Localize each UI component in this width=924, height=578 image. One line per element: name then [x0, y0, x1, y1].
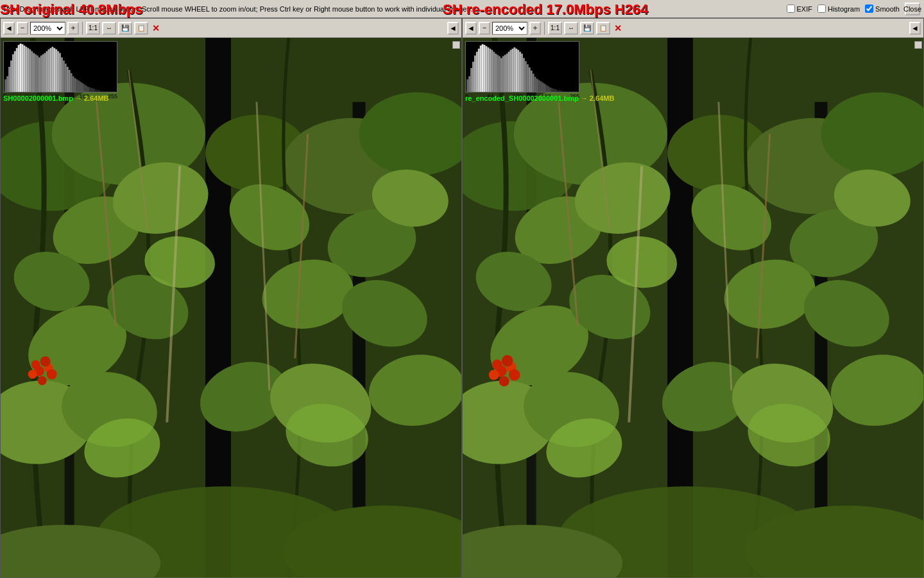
left-prev-button[interactable]: ◄ — [3, 22, 15, 35]
svg-rect-21 — [44, 53, 46, 92]
left-close-icon[interactable]: ✕ — [150, 23, 162, 33]
right-histogram-svg — [466, 42, 579, 92]
svg-rect-155 — [564, 91, 566, 92]
svg-rect-45 — [89, 87, 91, 92]
svg-point-86 — [40, 356, 51, 367]
svg-rect-138 — [533, 74, 535, 92]
svg-rect-4 — [12, 55, 14, 92]
right-sync-button[interactable]: ◄ — [909, 22, 921, 35]
right-image-content[interactable] — [463, 38, 923, 577]
svg-rect-1 — [6, 76, 8, 92]
right-filesize: 2.64MB — [590, 94, 615, 102]
right-panel-title: SH re-encoded 17.0Mbps H264 — [443, 1, 648, 18]
right-prev-button[interactable]: ◄ — [465, 22, 477, 35]
left-histogram-svg — [4, 42, 117, 92]
svg-rect-20 — [42, 55, 44, 92]
right-sub-toolbar: ◄ － 200% 100% 50% ＋ 1:1 ↔ 💾 📋 ✕ ◄ — [463, 19, 923, 38]
left-zoom-out-button[interactable]: － — [17, 22, 28, 35]
svg-rect-49 — [97, 90, 99, 92]
left-sync-button[interactable]: ◄ — [447, 22, 459, 35]
left-panel[interactable]: ◄ － 200% 100% 50% ＋ 1:1 ↔ 💾 📋 ✕ ◄ — [0, 18, 462, 578]
svg-rect-56 — [110, 91, 112, 92]
right-fit-button[interactable]: ↔ — [564, 22, 578, 35]
exif-checkbox-label[interactable]: EXIF — [787, 4, 812, 13]
svg-rect-57 — [112, 91, 114, 92]
svg-point-85 — [31, 360, 40, 369]
svg-rect-5 — [14, 51, 16, 92]
left-fit-button[interactable]: ↔ — [102, 22, 116, 35]
right-histogram: 0 64 128 192 255 — [465, 41, 579, 100]
svg-rect-40 — [80, 82, 81, 92]
close-button[interactable]: Close — [905, 3, 920, 15]
right-panel[interactable]: ◄ － 200% 100% 50% ＋ 1:1 ↔ 💾 📋 ✕ ◄ — [462, 18, 924, 578]
histogram-label: Histogram — [828, 5, 860, 13]
left-save-button[interactable]: 💾 — [118, 22, 132, 35]
svg-rect-50 — [98, 90, 100, 92]
svg-rect-18 — [38, 57, 40, 92]
toolbar-right: EXIF Histogram Smooth Close — [787, 3, 925, 15]
svg-rect-146 — [547, 86, 549, 92]
svg-rect-52 — [102, 91, 104, 92]
right-zoom-in-button[interactable]: ＋ — [529, 22, 541, 35]
smooth-checkbox[interactable] — [865, 4, 873, 13]
sep1 — [82, 22, 83, 35]
left-histogram: 0 64 128 192 255 — [3, 41, 117, 100]
svg-rect-10 — [23, 46, 25, 92]
svg-rect-133 — [523, 58, 525, 92]
svg-rect-33 — [67, 67, 69, 92]
svg-rect-6 — [16, 48, 18, 92]
left-zoom-display: 200% 100% 50% — [30, 22, 65, 35]
svg-rect-41 — [81, 83, 83, 92]
svg-rect-140 — [536, 79, 538, 92]
svg-point-189 — [502, 355, 513, 367]
left-zoom-select[interactable]: 200% 100% 50% — [30, 22, 65, 35]
exif-label: EXIF — [797, 5, 812, 13]
left-image-content[interactable] — [1, 38, 461, 577]
svg-rect-106 — [472, 62, 474, 92]
exif-checkbox[interactable] — [787, 4, 795, 13]
right-arrow: → — [581, 94, 590, 102]
svg-rect-103 — [466, 80, 468, 92]
svg-rect-15 — [33, 53, 35, 92]
svg-rect-105 — [470, 68, 472, 92]
right-zoom-out-button[interactable]: － — [479, 22, 490, 35]
svg-rect-152 — [559, 90, 561, 92]
svg-point-87 — [28, 370, 37, 379]
svg-rect-123 — [504, 55, 506, 92]
left-1to1-button[interactable]: 1:1 — [86, 22, 100, 35]
right-copy-button[interactable]: 📋 — [596, 22, 610, 35]
svg-rect-130 — [517, 50, 519, 92]
svg-rect-37 — [74, 78, 76, 92]
svg-rect-54 — [106, 91, 108, 92]
left-corner-handle[interactable] — [452, 41, 460, 49]
svg-rect-7 — [18, 45, 20, 92]
svg-rect-14 — [31, 51, 33, 92]
svg-point-88 — [47, 369, 57, 380]
svg-rect-153 — [560, 91, 562, 92]
histogram-checkbox-label[interactable]: Histogram — [817, 4, 860, 13]
svg-rect-44 — [87, 87, 89, 92]
smooth-label: Smooth — [875, 5, 900, 13]
svg-rect-114 — [487, 48, 489, 92]
svg-rect-31 — [63, 60, 65, 92]
right-close-icon[interactable]: ✕ — [612, 23, 624, 33]
right-histogram-box — [465, 41, 579, 92]
right-1to1-button[interactable]: 1:1 — [548, 22, 562, 35]
svg-rect-28 — [57, 51, 59, 92]
svg-rect-111 — [482, 44, 484, 92]
right-corner-handle[interactable] — [914, 41, 922, 49]
svg-rect-0 — [4, 80, 6, 92]
svg-rect-158 — [570, 91, 572, 92]
left-zoom-in-button[interactable]: ＋ — [67, 22, 79, 35]
left-arrow: → — [75, 94, 84, 102]
left-copy-button[interactable]: 📋 — [134, 22, 148, 35]
right-zoom-select[interactable]: 200% 100% 50% — [492, 22, 527, 35]
right-file-info: re_encoded_SH00002000001.bmp → 2.64MB — [465, 94, 614, 102]
right-save-button[interactable]: 💾 — [580, 22, 594, 35]
left-filesize: 2.64MB — [84, 94, 109, 102]
svg-rect-156 — [566, 91, 568, 92]
smooth-checkbox-label[interactable]: Smooth — [865, 4, 900, 13]
svg-rect-132 — [521, 54, 523, 92]
svg-rect-117 — [493, 52, 495, 92]
histogram-checkbox[interactable] — [817, 4, 826, 13]
